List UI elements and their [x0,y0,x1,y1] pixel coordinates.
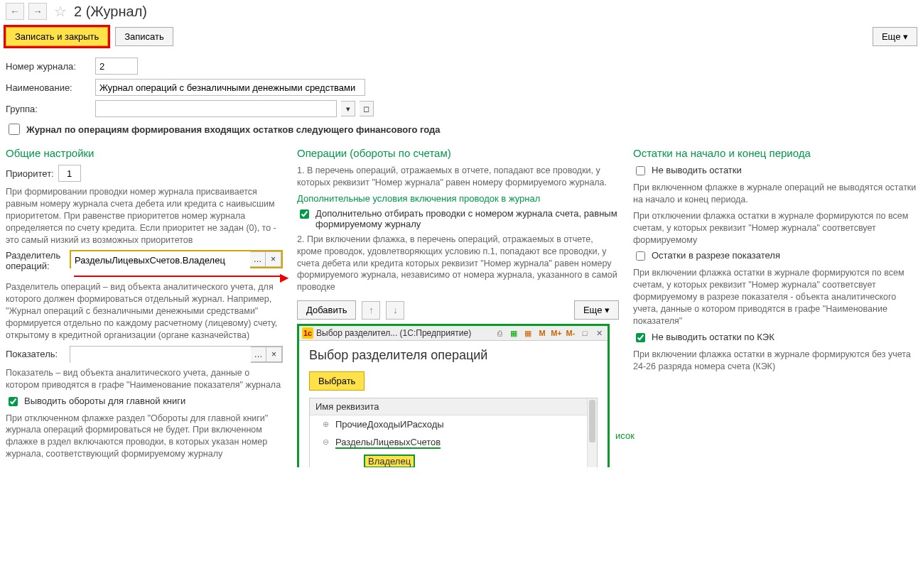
memory-m-button[interactable]: M [536,327,548,339]
general-settings-head: Общие настройки [6,147,283,159]
incoming-balance-label: Журнал по операциям формирования входящи… [26,124,441,135]
extra-conditions-head: Дополнительные условия включения проводо… [297,193,619,204]
grid-icon[interactable]: ▦ [508,327,519,339]
dialog-heading: Выбор разделителя операций [309,348,598,363]
journal-number-label: Номер журнала: [6,61,91,72]
divider-input[interactable] [71,251,250,268]
app-1c-icon: 1c [302,327,313,339]
balances-p1: При включенном флажке в журнале операций… [633,182,917,206]
nav-back-button[interactable]: ← [6,3,24,20]
indicator-clear-button[interactable]: × [266,347,282,362]
balances-p3: При включении флажка остатки в журнале ф… [633,267,917,327]
divider-clear-button[interactable]: × [266,251,281,267]
no-balances-label: Не выводить остатки [652,165,742,175]
gl-help-text: При отключенном флажке раздел "Обороты д… [6,413,283,461]
group-input[interactable] [95,100,337,117]
indicator-select-button[interactable]: … [251,347,266,362]
dialog-close-icon[interactable]: ✕ [593,327,605,339]
balances-by-indicator-checkbox[interactable] [636,251,645,261]
memory-mminus-button[interactable]: M- [565,327,576,339]
dialog-maximize-icon[interactable]: □ [579,327,590,339]
no-kek-balances-checkbox[interactable] [636,333,645,342]
tree-item[interactable]: ⊕ПрочиеДоходыИРасходы [310,415,597,433]
memory-mplus-button[interactable]: M+ [551,327,562,339]
favorite-star-icon[interactable]: ☆ [54,3,67,20]
indicator-label: Показатель: [6,349,65,359]
calendar-icon[interactable]: ▦ [522,327,534,339]
move-up-button[interactable]: ↑ [362,301,380,320]
divider-label: Разделитель операций: [6,250,65,271]
tree-item[interactable]: ⊖РазделыЛицевыхСчетов [310,433,597,452]
no-balances-checkbox[interactable] [636,166,645,175]
tree-item-selected[interactable]: Владелец [310,452,597,467]
operations-head: Операции (обороты по счетам) [297,147,619,159]
dialog-select-button[interactable]: Выбрать [309,371,365,391]
balances-head: Остатки на начало и конец периода [633,147,917,159]
priority-input[interactable] [58,165,81,182]
divider-select-button[interactable]: … [250,251,266,267]
dialog-title: Выбор разделител... (1С:Предприятие) [316,328,471,338]
page-title: 2 (Журнал) [74,4,147,20]
nav-forward-button[interactable]: → [28,3,47,20]
extra-filter-label: Дополнительно отбирать проводки с номеро… [315,208,619,229]
journal-name-label: Наименование: [6,82,91,93]
journal-number-input[interactable] [95,58,138,75]
divider-select-dialog: 1c Выбор разделител... (1С:Предприятие) … [297,324,610,467]
journal-name-input[interactable] [95,79,365,96]
balances-p2: При отключении флажка остатки в журнале … [633,210,917,246]
incoming-balance-checkbox[interactable] [9,124,20,135]
balances-p4: При включении флажка остатки в журнале ф… [633,349,917,373]
move-down-button[interactable]: ↓ [386,301,404,320]
priority-help-text: При формировании проводки номер журнала … [6,186,283,246]
group-label: Группа: [6,104,91,114]
truncated-label: исок [615,430,635,441]
more-button[interactable]: Еще ▾ [873,27,917,46]
operations-p1: 1. В перечень операций, отражаемых в отч… [297,165,619,189]
balances-by-indicator-label: Остатки в разрезе показателя [652,250,780,261]
highlight-arrow-line: ▶ [74,276,283,277]
gl-turnovers-checkbox[interactable] [9,397,18,406]
operations-more-button[interactable]: Еще ▾ [574,300,619,320]
group-dropdown-button[interactable]: ▾ [341,101,355,116]
tree-scrollbar[interactable] [587,398,597,467]
operations-p2: 2. При включении флажка, в перечень опер… [297,234,619,293]
attributes-tree[interactable]: Имя реквизита ⊕ПрочиеДоходыИРасходы ⊖Раз… [309,398,598,467]
tree-column-header: Имя реквизита [310,398,597,415]
indicator-input[interactable] [70,347,251,364]
no-kek-balances-label: Не выводить остатки по КЭК [652,332,774,342]
save-button[interactable]: Записать [115,27,173,46]
save-and-close-button[interactable]: Записать и закрыть [6,27,108,46]
priority-label: Приоритет: [6,168,54,179]
indicator-help-text: Показатель – вид объекта аналитического … [6,367,283,391]
group-open-button[interactable]: ◻ [360,101,374,116]
gl-turnovers-label: Выводить обороты для главной книги [24,396,185,406]
add-button[interactable]: Добавить [297,300,356,320]
extra-filter-checkbox[interactable] [300,209,309,219]
print-icon[interactable]: ⎙ [494,327,505,339]
divider-help-text: Разделитель операций – вид объекта анали… [6,281,283,341]
